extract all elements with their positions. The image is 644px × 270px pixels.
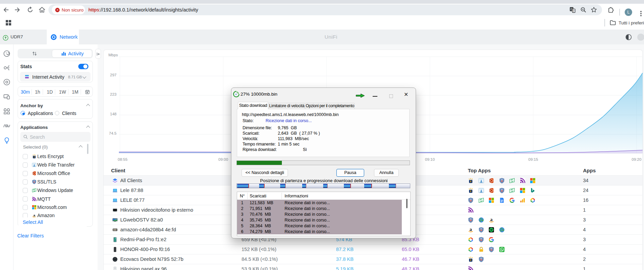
svg-text:文: 文	[573, 9, 575, 13]
